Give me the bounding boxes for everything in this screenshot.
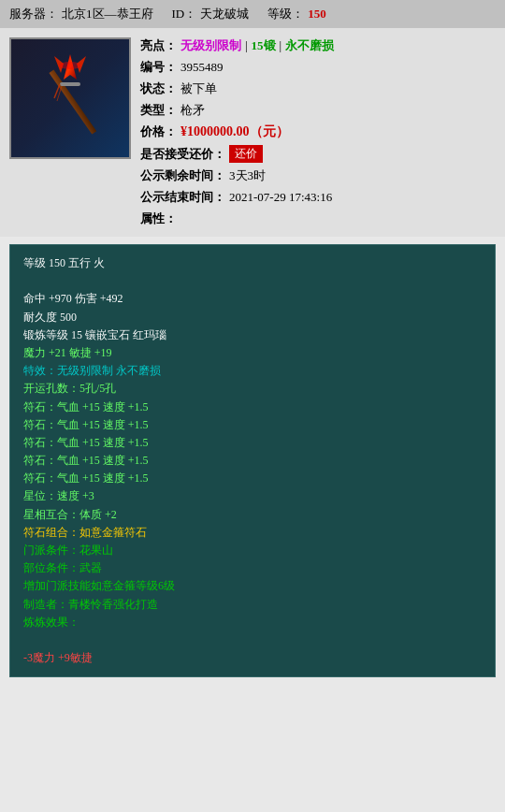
attr-line-4: 耐久度 500: [23, 309, 482, 326]
attr-line-23: -3魔力 +9敏捷: [23, 649, 482, 667]
id-info: ID： 天龙破城: [172, 6, 250, 22]
attr-line-22: [23, 631, 482, 649]
highlights-row: 亮点： 无级别限制 | 15锻 | 永不磨损: [140, 37, 496, 54]
attr-line-8: 开运孔数：5孔/5孔: [23, 380, 482, 398]
bargain-row: 是否接受还价： 还价: [140, 145, 496, 163]
server-value: 北京1区—恭王府: [62, 6, 153, 22]
end-time-row: 公示结束时间： 2021-07-29 17:43:16: [140, 189, 496, 206]
time-left-label: 公示剩余时间：: [140, 167, 225, 184]
status-row: 状态： 被下单: [140, 80, 496, 97]
code-label: 编号：: [140, 59, 177, 76]
attr-line-10: 符石：气血 +15 速度 +1.5: [23, 416, 482, 434]
level-value: 150: [308, 7, 326, 22]
svg-rect-0: [49, 70, 96, 135]
id-label: ID：: [172, 6, 197, 22]
level-info: 等级： 150: [267, 6, 326, 22]
attr-line-19: 增加门派技能如意金箍等级6级: [23, 577, 482, 595]
highlight1: 无级别限制: [180, 37, 241, 54]
price-value: ¥1000000.00（元）: [180, 123, 289, 140]
level-label: 等级：: [267, 6, 304, 22]
attr-line-14: 星位：速度 +3: [23, 487, 482, 505]
attr-line-17: 门派条件：花果山: [23, 542, 482, 559]
attr-label-row: 属性：: [140, 210, 496, 227]
attr-line-11: 符石：气血 +15 速度 +1.5: [23, 434, 482, 452]
end-time-value: 2021-07-29 17:43:16: [229, 190, 332, 205]
status-value: 被下单: [180, 80, 217, 97]
attributes-box: 等级 150 五行 火 命中 +970 伤害 +492 耐久度 500 锻炼等级…: [9, 244, 496, 677]
attr-line-5: 锻炼等级 15 镶嵌宝石 红玛瑙: [23, 326, 482, 344]
type-value: 枪矛: [180, 102, 205, 119]
attr-line-9: 符石：气血 +15 速度 +1.5: [23, 399, 482, 416]
attr-line-7: 特效：无级别限制 永不磨损: [23, 362, 482, 380]
svg-rect-5: [60, 82, 80, 86]
time-left-row: 公示剩余时间： 3天3时: [140, 167, 496, 184]
price-label: 价格：: [140, 123, 177, 140]
main-content: 亮点： 无级别限制 | 15锻 | 永不磨损 编号： 3955489 状态： 被…: [0, 28, 505, 237]
code-value: 3955489: [180, 60, 224, 75]
attr-line-2: [23, 272, 482, 290]
end-time-label: 公示结束时间：: [140, 189, 225, 206]
highlights-label: 亮点：: [140, 37, 177, 54]
attr-line-18: 部位条件：武器: [23, 559, 482, 577]
id-value: 天龙破城: [200, 6, 249, 22]
attr-line-6: 魔力 +21 敏捷 +19: [23, 344, 482, 362]
attr-label: 属性：: [140, 210, 177, 227]
weapon-svg: [19, 47, 122, 150]
weapon-image: [9, 37, 131, 159]
highlight2: 15锻: [252, 37, 276, 54]
type-label: 类型：: [140, 102, 177, 119]
separator1: |: [245, 38, 248, 53]
attr-line-3: 命中 +970 伤害 +492: [23, 290, 482, 308]
svg-point-4: [59, 62, 81, 69]
attr-line-15: 星相互合：体质 +2: [23, 506, 482, 524]
top-bar: 服务器： 北京1区—恭王府 ID： 天龙破城 等级： 150: [0, 0, 505, 28]
attr-line-1: 等级 150 五行 火: [23, 254, 482, 272]
status-label: 状态：: [140, 80, 177, 97]
attr-line-16: 符石组合：如意金箍符石: [23, 524, 482, 542]
server-label: 服务器：: [9, 6, 58, 22]
bargain-button[interactable]: 还价: [229, 145, 263, 163]
price-row: 价格： ¥1000000.00（元）: [140, 123, 496, 140]
highlight3: 永不磨损: [285, 37, 334, 54]
attr-line-12: 符石：气血 +15 速度 +1.5: [23, 452, 482, 470]
server-info: 服务器： 北京1区—恭王府: [9, 6, 153, 22]
separator2: |: [280, 38, 282, 53]
type-row: 类型： 枪矛: [140, 102, 496, 119]
attr-line-13: 符石：气血 +15 速度 +1.5: [23, 470, 482, 487]
time-left-value: 3天3时: [229, 167, 266, 184]
info-section: 亮点： 无级别限制 | 15锻 | 永不磨损 编号： 3955489 状态： 被…: [140, 37, 496, 227]
attr-line-20: 制造者：青楼怜香强化打造: [23, 596, 482, 614]
attr-line-21: 炼炼效果：: [23, 614, 482, 631]
bargain-label: 是否接受还价：: [140, 146, 225, 163]
code-row: 编号： 3955489: [140, 59, 496, 76]
